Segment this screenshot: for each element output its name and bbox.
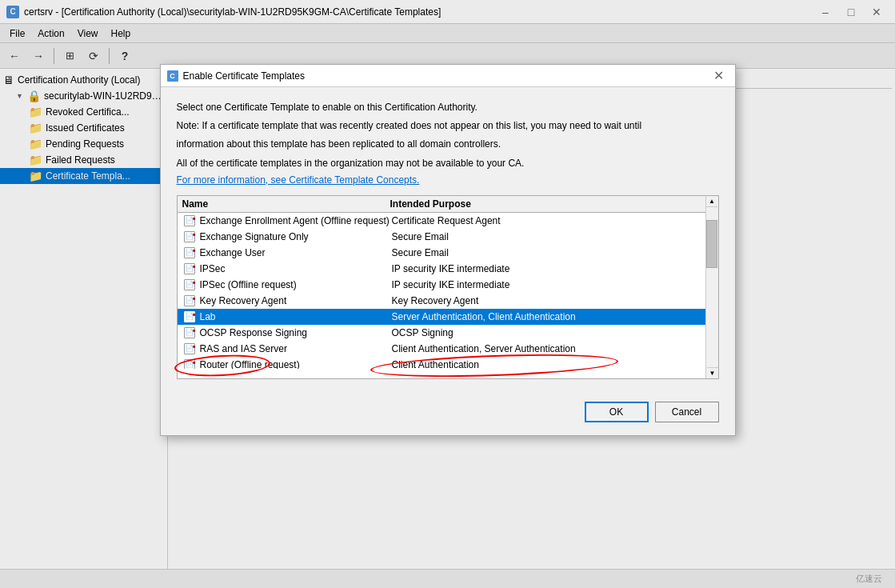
template-purpose: OCSP Signing [392, 327, 713, 338]
scrollbar-thumb[interactable] [706, 220, 717, 268]
modal-close-button[interactable]: ✕ [709, 67, 729, 85]
modal-overlay: C Enable Certificate Templates ✕ Select … [0, 0, 895, 588]
list-item-lab[interactable]: 📄 Lab Server Authentication, Client Auth… [178, 309, 718, 325]
list-item[interactable]: 📄 Exchange User Secure Email [178, 245, 718, 261]
modal-desc-line2: Note: If a certificate template that was… [177, 118, 719, 134]
template-purpose: Client Authentication [392, 359, 713, 369]
template-name: Exchange Enrollment Agent (Offline reque… [200, 215, 392, 226]
cert-icon: 📄 [184, 311, 195, 322]
modal-footer: OK Cancel [161, 392, 735, 435]
cancel-button[interactable]: Cancel [655, 402, 719, 422]
cert-icon: 📄 [184, 215, 195, 226]
modal-body: Select one Certificate Template to enabl… [161, 87, 735, 392]
modal-col-purpose-header: Intended Purpose [390, 198, 713, 210]
list-item[interactable]: 📄 Router (Offline request) Client Authen… [178, 357, 718, 369]
enable-cert-templates-dialog: C Enable Certificate Templates ✕ Select … [160, 64, 736, 436]
template-name: IPSec (Offline request) [200, 279, 392, 290]
modal-title: Enable Certificate Templates [183, 70, 306, 82]
cert-icon: 📄 [184, 247, 195, 258]
modal-title-left: C Enable Certificate Templates [167, 70, 306, 82]
modal-table-body[interactable]: 📄 Exchange Enrollment Agent (Offline req… [178, 213, 718, 369]
cert-icon: 📄 [184, 359, 195, 369]
modal-title-bar: C Enable Certificate Templates ✕ [161, 65, 735, 87]
cert-icon: 📄 [184, 327, 195, 338]
modal-app-icon: C [167, 70, 178, 82]
cert-icon: 📄 [184, 231, 195, 242]
template-purpose: IP security IKE intermediate [392, 263, 713, 274]
template-purpose-lab: Server Authentication, Client Authentica… [392, 311, 713, 322]
table-scrollbar[interactable]: ▲ ▼ [705, 196, 718, 378]
cert-icon: 📄 [184, 295, 195, 306]
template-name-lab: Lab [200, 311, 392, 322]
template-purpose: Certificate Request Agent [392, 215, 713, 226]
list-item[interactable]: 📄 Key Recovery Agent Key Recovery Agent [178, 293, 718, 309]
modal-table: Name Intended Purpose 📄 Exchange Enrollm… [177, 195, 719, 379]
modal-table-header: Name Intended Purpose [178, 196, 718, 213]
template-purpose: Secure Email [392, 231, 713, 242]
template-name: IPSec [200, 263, 392, 274]
template-purpose: Secure Email [392, 247, 713, 258]
cert-icon: 📄 [184, 343, 195, 354]
template-name: Key Recovery Agent [200, 295, 392, 306]
template-name: Exchange Signature Only [200, 231, 392, 242]
modal-col-name-header: Name [182, 198, 390, 210]
template-name: Exchange User [200, 247, 392, 258]
list-item[interactable]: 📄 IPSec IP security IKE intermediate [178, 261, 718, 277]
list-item[interactable]: 📄 RAS and IAS Server Client Authenticati… [178, 341, 718, 357]
modal-desc-line4: All of the certificate templates in the … [177, 156, 719, 171]
scroll-down[interactable]: ▼ [707, 367, 718, 378]
list-item[interactable]: 📄 OCSP Response Signing OCSP Signing [178, 325, 718, 341]
template-purpose: Key Recovery Agent [392, 295, 713, 306]
template-name: OCSP Response Signing [200, 327, 392, 338]
cert-icon: 📄 [184, 279, 195, 290]
template-name: Router (Offline request) [200, 359, 392, 369]
modal-desc-line1: Select one Certificate Template to enabl… [177, 100, 719, 115]
list-item[interactable]: 📄 IPSec (Offline request) IP security IK… [178, 277, 718, 293]
modal-link[interactable]: For more information, see Certificate Te… [177, 174, 420, 186]
cert-icon: 📄 [184, 263, 195, 274]
list-item[interactable]: 📄 Exchange Signature Only Secure Email [178, 229, 718, 245]
modal-desc-line3: information about this template has been… [177, 137, 719, 152]
list-item[interactable]: 📄 Exchange Enrollment Agent (Offline req… [178, 213, 718, 229]
template-purpose: Client Authentication, Server Authentica… [392, 343, 713, 354]
template-purpose: IP security IKE intermediate [392, 279, 713, 290]
template-name: RAS and IAS Server [200, 343, 392, 354]
ok-button[interactable]: OK [585, 402, 649, 422]
scroll-up[interactable]: ▲ [706, 196, 717, 207]
